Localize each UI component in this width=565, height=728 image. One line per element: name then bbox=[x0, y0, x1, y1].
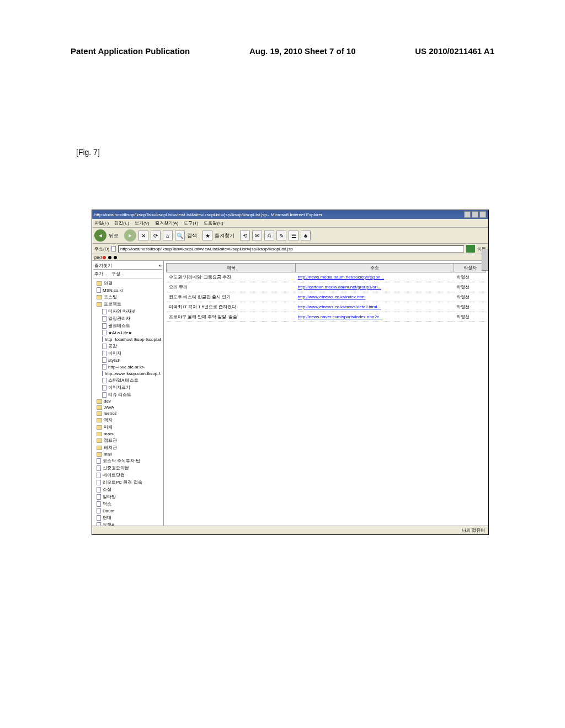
sidebar-item[interactable]: 티슈 리스트 bbox=[94, 391, 161, 398]
edit-icon[interactable]: ✎ bbox=[276, 231, 286, 240]
sidebar-item[interactable]: 연결 bbox=[94, 280, 161, 287]
sidebar-item[interactable]: http--love.sfc.or.kr- bbox=[94, 363, 161, 370]
sidebar-close-icon[interactable]: × bbox=[158, 263, 161, 268]
menu-file[interactable]: 파일(F) bbox=[94, 220, 109, 226]
sidebar-item[interactable]: 리모트PC 원격 접속 bbox=[94, 479, 161, 486]
menu-edit[interactable]: 편집(E) bbox=[114, 220, 129, 226]
history-icon[interactable]: ⟲ bbox=[240, 231, 250, 240]
sidebar-item[interactable]: 공감 bbox=[94, 342, 161, 350]
sidebar-item[interactable]: 네이트닷컴 bbox=[94, 472, 161, 479]
sidebar-item-label: http--localhost-iksop-iksoptab-t... bbox=[105, 337, 161, 342]
folder-icon bbox=[97, 295, 102, 299]
table-row[interactable]: 미국회 IT 격차 1.5년으로 좁혀졌다http://www.etnews.c… bbox=[167, 302, 486, 312]
sidebar-item[interactable]: 링크테스트 bbox=[94, 322, 161, 329]
sidebar-item[interactable]: 알타방 bbox=[94, 493, 161, 500]
cell-title: 수도권 '거리네임' 교통요금 추진 bbox=[167, 272, 296, 282]
sidebar-item[interactable]: 일정관리자 bbox=[94, 315, 161, 322]
page-icon bbox=[102, 316, 106, 322]
address-input[interactable]: http://localhost/iksop/iksopTab=iksopLis… bbox=[118, 245, 464, 253]
search-label: 검색 bbox=[187, 232, 197, 239]
back-button[interactable]: ◄ bbox=[94, 229, 106, 242]
page-icon bbox=[102, 344, 106, 349]
sidebar-item[interactable]: 책자 bbox=[94, 416, 161, 424]
sidebar-item[interactable]: 포스팅 bbox=[94, 293, 161, 301]
menu-view[interactable]: 보기(V) bbox=[135, 220, 150, 226]
sidebar-item[interactable]: MSN.co.kr bbox=[94, 287, 161, 293]
sidebar-item[interactable]: 현대 bbox=[94, 514, 161, 521]
col-author[interactable]: 작성자 bbox=[454, 264, 486, 272]
sidebar-item[interactable]: leeboz bbox=[94, 410, 161, 416]
menu-tools[interactable]: 도구(T) bbox=[184, 220, 198, 226]
go-button[interactable] bbox=[466, 245, 475, 253]
header-center: Aug. 19, 2010 Sheet 7 of 10 bbox=[249, 46, 356, 56]
cell-url[interactable]: http://news.naver.com/sports/index.nhn?c… bbox=[296, 312, 454, 322]
close-icon[interactable] bbox=[479, 211, 486, 218]
discuss-icon[interactable]: ☰ bbox=[289, 231, 299, 240]
favorites-icon[interactable]: ★ bbox=[202, 231, 212, 240]
minimize-icon[interactable] bbox=[464, 211, 471, 218]
folder-icon bbox=[97, 302, 102, 307]
maximize-icon[interactable] bbox=[472, 211, 478, 218]
sidebar-item-label: stylish bbox=[108, 358, 120, 363]
sidebar-item[interactable]: http--www.iksop.com-iksop-f... bbox=[94, 370, 161, 377]
menu-help[interactable]: 도움말(H) bbox=[204, 220, 223, 226]
scrollbar-thumb[interactable] bbox=[482, 249, 488, 271]
table-row[interactable]: 윈도우 비스타 한글판 출시 연기http://www.etnews.co.kr… bbox=[167, 292, 486, 302]
folder-icon bbox=[97, 418, 102, 422]
cell-url[interactable]: http://news.media.daum.net/society/regio… bbox=[296, 272, 454, 282]
page-icon bbox=[97, 515, 101, 521]
sidebar-item-label: leeboz bbox=[104, 411, 117, 416]
sidebar-item-label: mars bbox=[104, 431, 114, 436]
sidebar-item[interactable]: dev bbox=[94, 398, 161, 404]
table-row[interactable]: 프로야구 올해 만매 추억 알알 '솔솔'http://news.naver.c… bbox=[167, 312, 486, 322]
sidebar-add-tab[interactable]: 추가... bbox=[94, 271, 107, 277]
menu-favorites[interactable]: 즐겨찾기(A) bbox=[155, 220, 179, 226]
sidebar-item[interactable]: 벅스 bbox=[94, 500, 161, 507]
sidebar-organize-tab[interactable]: 구성... bbox=[111, 271, 124, 277]
sidebar-item[interactable]: ★At a Life★ bbox=[94, 329, 161, 336]
sidebar-item[interactable]: stylish bbox=[94, 357, 161, 363]
cell-url[interactable]: http://cartoon.media.daum.net/group1/ori… bbox=[296, 282, 454, 292]
sidebar-item[interactable]: 이미지크기 bbox=[94, 384, 161, 391]
sidebar-item-label: 마케 bbox=[104, 424, 113, 430]
forward-button[interactable]: ► bbox=[124, 229, 136, 242]
cell-url[interactable]: http://www.etnews.co.kr/news/detail.html… bbox=[296, 302, 454, 312]
sidebar-item[interactable]: 마케 bbox=[94, 424, 161, 431]
stop-button[interactable]: ✕ bbox=[138, 231, 148, 240]
cell-url[interactable]: http://www.etnews.co.kr/index.html bbox=[296, 292, 454, 302]
table-row[interactable]: 수도권 '거리네임' 교통요금 추진http://news.media.daum… bbox=[167, 272, 486, 282]
sidebar-item[interactable]: JAVA bbox=[94, 404, 161, 410]
col-url[interactable]: 주소 bbox=[296, 264, 454, 272]
sidebar-item[interactable]: mars bbox=[94, 431, 161, 437]
page-icon bbox=[102, 371, 103, 376]
sidebar-item-label: 연결 bbox=[104, 280, 113, 286]
col-title[interactable]: 제목 bbox=[167, 264, 296, 272]
sidebar-item[interactable]: 소설 bbox=[94, 486, 161, 493]
sidebar-item[interactable]: http--localhost-iksop-iksoptab-t... bbox=[94, 336, 161, 342]
print-icon[interactable]: ⎙ bbox=[264, 231, 274, 240]
sidebar-item[interactable]: Daum bbox=[94, 507, 161, 514]
sidebar-item[interactable]: 캠프관 bbox=[94, 437, 161, 444]
search-icon[interactable]: 🔍 bbox=[175, 231, 185, 240]
refresh-button[interactable]: ⟳ bbox=[151, 231, 161, 240]
sidebar-item[interactable]: 스타일A 테스트 bbox=[94, 377, 161, 384]
sidebar-item-label: 캠프관 bbox=[104, 437, 117, 443]
sidebar-item[interactable]: 신증권요약본 bbox=[94, 464, 161, 472]
statusbar: 나의 컴퓨터 bbox=[92, 526, 488, 534]
cell-author: 박영선 bbox=[454, 292, 486, 302]
sidebar-item[interactable]: mail bbox=[94, 451, 161, 457]
sidebar-item-label: ★At a Life★ bbox=[108, 330, 132, 335]
sidebar-item-label: 소설 bbox=[103, 486, 111, 493]
sidebar-item[interactable]: 코스닥 주식투자 팁 bbox=[94, 457, 161, 464]
sidebar-title: 즐겨찾기 bbox=[94, 263, 112, 269]
msn-icon[interactable]: ♣ bbox=[301, 231, 311, 240]
table-row[interactable]: 오리 무리http://cartoon.media.daum.net/group… bbox=[167, 282, 486, 292]
sidebar-item[interactable]: 프로젝트 bbox=[94, 301, 161, 308]
cell-author: 박영선 bbox=[454, 282, 486, 292]
sidebar-item[interactable]: 패치관 bbox=[94, 444, 161, 451]
mail-icon[interactable]: ✉ bbox=[252, 231, 262, 240]
page-icon bbox=[102, 364, 106, 370]
home-button[interactable]: ⌂ bbox=[163, 231, 173, 240]
sidebar-item[interactable]: 디자인 마자넷 bbox=[94, 308, 161, 315]
sidebar-item[interactable]: 이미지 bbox=[94, 350, 161, 357]
